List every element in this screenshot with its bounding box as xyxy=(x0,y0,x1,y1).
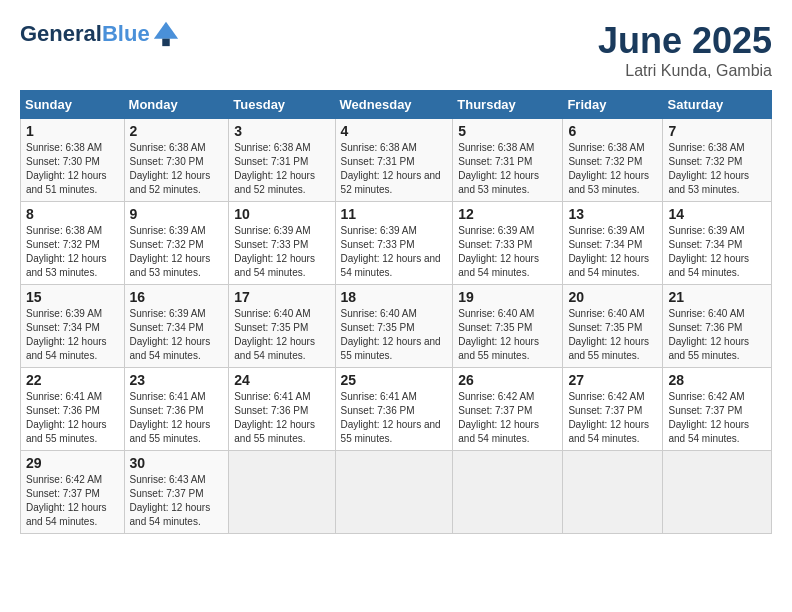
day-number: 28 xyxy=(668,372,766,388)
day-number: 21 xyxy=(668,289,766,305)
calendar-cell: 14Sunrise: 6:39 AMSunset: 7:34 PMDayligh… xyxy=(663,202,772,285)
day-number: 18 xyxy=(341,289,448,305)
day-number: 7 xyxy=(668,123,766,139)
day-number: 9 xyxy=(130,206,224,222)
logo: GeneralBlue xyxy=(20,20,180,48)
day-number: 6 xyxy=(568,123,657,139)
day-info: Sunrise: 6:41 AMSunset: 7:36 PMDaylight:… xyxy=(130,391,211,444)
day-number: 15 xyxy=(26,289,119,305)
calendar-cell: 29Sunrise: 6:42 AMSunset: 7:37 PMDayligh… xyxy=(21,451,125,534)
calendar-week-3: 15Sunrise: 6:39 AMSunset: 7:34 PMDayligh… xyxy=(21,285,772,368)
day-number: 17 xyxy=(234,289,329,305)
day-info: Sunrise: 6:41 AMSunset: 7:36 PMDaylight:… xyxy=(234,391,315,444)
day-info: Sunrise: 6:41 AMSunset: 7:36 PMDaylight:… xyxy=(341,391,441,444)
day-number: 25 xyxy=(341,372,448,388)
calendar-cell: 28Sunrise: 6:42 AMSunset: 7:37 PMDayligh… xyxy=(663,368,772,451)
calendar-week-2: 8Sunrise: 6:38 AMSunset: 7:32 PMDaylight… xyxy=(21,202,772,285)
svg-rect-1 xyxy=(162,39,169,46)
day-info: Sunrise: 6:43 AMSunset: 7:37 PMDaylight:… xyxy=(130,474,211,527)
day-number: 27 xyxy=(568,372,657,388)
calendar-cell: 15Sunrise: 6:39 AMSunset: 7:34 PMDayligh… xyxy=(21,285,125,368)
day-number: 26 xyxy=(458,372,557,388)
calendar-cell: 27Sunrise: 6:42 AMSunset: 7:37 PMDayligh… xyxy=(563,368,663,451)
calendar-cell: 8Sunrise: 6:38 AMSunset: 7:32 PMDaylight… xyxy=(21,202,125,285)
day-info: Sunrise: 6:39 AMSunset: 7:34 PMDaylight:… xyxy=(26,308,107,361)
calendar-cell xyxy=(563,451,663,534)
calendar-cell: 25Sunrise: 6:41 AMSunset: 7:36 PMDayligh… xyxy=(335,368,453,451)
header-row: SundayMondayTuesdayWednesdayThursdayFrid… xyxy=(21,91,772,119)
calendar-table: SundayMondayTuesdayWednesdayThursdayFrid… xyxy=(20,90,772,534)
day-number: 12 xyxy=(458,206,557,222)
day-info: Sunrise: 6:39 AMSunset: 7:33 PMDaylight:… xyxy=(341,225,441,278)
calendar-cell: 2Sunrise: 6:38 AMSunset: 7:30 PMDaylight… xyxy=(124,119,229,202)
calendar-cell xyxy=(453,451,563,534)
calendar-cell: 11Sunrise: 6:39 AMSunset: 7:33 PMDayligh… xyxy=(335,202,453,285)
day-number: 29 xyxy=(26,455,119,471)
calendar-cell xyxy=(663,451,772,534)
day-info: Sunrise: 6:39 AMSunset: 7:33 PMDaylight:… xyxy=(458,225,539,278)
svg-marker-0 xyxy=(153,22,177,39)
day-info: Sunrise: 6:39 AMSunset: 7:34 PMDaylight:… xyxy=(668,225,749,278)
calendar-week-5: 29Sunrise: 6:42 AMSunset: 7:37 PMDayligh… xyxy=(21,451,772,534)
logo-text: GeneralBlue xyxy=(20,22,150,46)
calendar-title: June 2025 xyxy=(598,20,772,62)
day-number: 1 xyxy=(26,123,119,139)
calendar-cell: 26Sunrise: 6:42 AMSunset: 7:37 PMDayligh… xyxy=(453,368,563,451)
day-number: 3 xyxy=(234,123,329,139)
calendar-cell: 22Sunrise: 6:41 AMSunset: 7:36 PMDayligh… xyxy=(21,368,125,451)
day-info: Sunrise: 6:41 AMSunset: 7:36 PMDaylight:… xyxy=(26,391,107,444)
calendar-header: SundayMondayTuesdayWednesdayThursdayFrid… xyxy=(21,91,772,119)
day-number: 30 xyxy=(130,455,224,471)
day-info: Sunrise: 6:38 AMSunset: 7:31 PMDaylight:… xyxy=(341,142,441,195)
header-cell-monday: Monday xyxy=(124,91,229,119)
calendar-cell: 6Sunrise: 6:38 AMSunset: 7:32 PMDaylight… xyxy=(563,119,663,202)
calendar-cell: 13Sunrise: 6:39 AMSunset: 7:34 PMDayligh… xyxy=(563,202,663,285)
logo-icon xyxy=(152,20,180,48)
calendar-cell: 18Sunrise: 6:40 AMSunset: 7:35 PMDayligh… xyxy=(335,285,453,368)
day-number: 22 xyxy=(26,372,119,388)
day-number: 16 xyxy=(130,289,224,305)
calendar-cell: 10Sunrise: 6:39 AMSunset: 7:33 PMDayligh… xyxy=(229,202,335,285)
day-info: Sunrise: 6:40 AMSunset: 7:36 PMDaylight:… xyxy=(668,308,749,361)
title-block: June 2025 Latri Kunda, Gambia xyxy=(598,20,772,80)
day-info: Sunrise: 6:39 AMSunset: 7:34 PMDaylight:… xyxy=(568,225,649,278)
calendar-cell xyxy=(335,451,453,534)
calendar-cell: 19Sunrise: 6:40 AMSunset: 7:35 PMDayligh… xyxy=(453,285,563,368)
day-info: Sunrise: 6:40 AMSunset: 7:35 PMDaylight:… xyxy=(234,308,315,361)
calendar-subtitle: Latri Kunda, Gambia xyxy=(598,62,772,80)
calendar-cell: 16Sunrise: 6:39 AMSunset: 7:34 PMDayligh… xyxy=(124,285,229,368)
day-info: Sunrise: 6:38 AMSunset: 7:32 PMDaylight:… xyxy=(668,142,749,195)
calendar-cell: 4Sunrise: 6:38 AMSunset: 7:31 PMDaylight… xyxy=(335,119,453,202)
calendar-cell: 12Sunrise: 6:39 AMSunset: 7:33 PMDayligh… xyxy=(453,202,563,285)
day-number: 11 xyxy=(341,206,448,222)
header-cell-saturday: Saturday xyxy=(663,91,772,119)
day-info: Sunrise: 6:38 AMSunset: 7:31 PMDaylight:… xyxy=(234,142,315,195)
day-info: Sunrise: 6:39 AMSunset: 7:32 PMDaylight:… xyxy=(130,225,211,278)
day-info: Sunrise: 6:40 AMSunset: 7:35 PMDaylight:… xyxy=(568,308,649,361)
calendar-cell: 9Sunrise: 6:39 AMSunset: 7:32 PMDaylight… xyxy=(124,202,229,285)
calendar-cell: 20Sunrise: 6:40 AMSunset: 7:35 PMDayligh… xyxy=(563,285,663,368)
calendar-cell: 21Sunrise: 6:40 AMSunset: 7:36 PMDayligh… xyxy=(663,285,772,368)
day-number: 10 xyxy=(234,206,329,222)
day-number: 4 xyxy=(341,123,448,139)
calendar-week-4: 22Sunrise: 6:41 AMSunset: 7:36 PMDayligh… xyxy=(21,368,772,451)
day-number: 8 xyxy=(26,206,119,222)
day-info: Sunrise: 6:42 AMSunset: 7:37 PMDaylight:… xyxy=(26,474,107,527)
header-cell-tuesday: Tuesday xyxy=(229,91,335,119)
calendar-body: 1Sunrise: 6:38 AMSunset: 7:30 PMDaylight… xyxy=(21,119,772,534)
calendar-cell: 23Sunrise: 6:41 AMSunset: 7:36 PMDayligh… xyxy=(124,368,229,451)
calendar-cell: 7Sunrise: 6:38 AMSunset: 7:32 PMDaylight… xyxy=(663,119,772,202)
day-info: Sunrise: 6:42 AMSunset: 7:37 PMDaylight:… xyxy=(668,391,749,444)
calendar-week-1: 1Sunrise: 6:38 AMSunset: 7:30 PMDaylight… xyxy=(21,119,772,202)
calendar-cell: 17Sunrise: 6:40 AMSunset: 7:35 PMDayligh… xyxy=(229,285,335,368)
day-info: Sunrise: 6:39 AMSunset: 7:34 PMDaylight:… xyxy=(130,308,211,361)
day-info: Sunrise: 6:38 AMSunset: 7:30 PMDaylight:… xyxy=(130,142,211,195)
day-number: 24 xyxy=(234,372,329,388)
header-cell-thursday: Thursday xyxy=(453,91,563,119)
day-number: 23 xyxy=(130,372,224,388)
header-cell-friday: Friday xyxy=(563,91,663,119)
day-info: Sunrise: 6:38 AMSunset: 7:30 PMDaylight:… xyxy=(26,142,107,195)
day-number: 13 xyxy=(568,206,657,222)
day-number: 19 xyxy=(458,289,557,305)
day-info: Sunrise: 6:42 AMSunset: 7:37 PMDaylight:… xyxy=(458,391,539,444)
